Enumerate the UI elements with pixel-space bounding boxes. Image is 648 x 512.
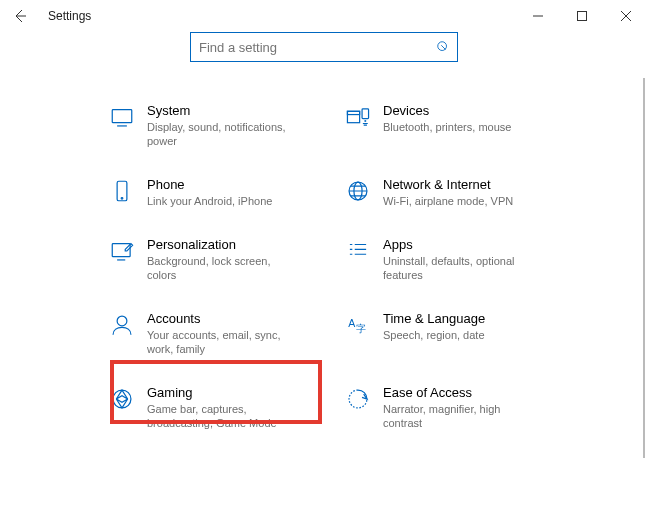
tile-label: Phone bbox=[147, 176, 272, 194]
tile-network[interactable]: Network & Internet Wi-Fi, airplane mode,… bbox=[337, 172, 547, 212]
tile-sub: Your accounts, email, sync, work, family bbox=[147, 328, 297, 356]
tile-accounts[interactable]: Accounts Your accounts, email, sync, wor… bbox=[101, 306, 311, 360]
time-language-icon: A 字 bbox=[341, 310, 375, 338]
svg-rect-5 bbox=[362, 109, 369, 119]
tile-personalization[interactable]: Personalization Background, lock screen,… bbox=[101, 232, 311, 286]
phone-icon bbox=[105, 176, 139, 204]
tile-sub: Display, sound, notifications, power bbox=[147, 120, 297, 148]
svg-rect-0 bbox=[578, 12, 587, 21]
tile-sub: Speech, region, date bbox=[383, 328, 485, 342]
gaming-icon bbox=[105, 384, 139, 412]
tile-label: Devices bbox=[383, 102, 511, 120]
tile-sub: Link your Android, iPhone bbox=[147, 194, 272, 208]
apps-icon bbox=[341, 236, 375, 264]
tile-sub: Bluetooth, printers, mouse bbox=[383, 120, 511, 134]
tile-devices[interactable]: Devices Bluetooth, printers, mouse bbox=[337, 98, 547, 152]
accounts-icon bbox=[105, 310, 139, 338]
tile-label: Ease of Access bbox=[383, 384, 533, 402]
close-button[interactable] bbox=[604, 0, 648, 32]
network-icon bbox=[341, 176, 375, 204]
personalization-icon bbox=[105, 236, 139, 264]
svg-rect-4 bbox=[347, 111, 359, 114]
tile-time-language[interactable]: A 字 Time & Language Speech, region, date bbox=[337, 306, 547, 360]
system-icon bbox=[105, 102, 139, 130]
tile-label: Accounts bbox=[147, 310, 297, 328]
tile-label: Time & Language bbox=[383, 310, 485, 328]
tile-ease-of-access[interactable]: Ease of Access Narrator, magnifier, high… bbox=[337, 380, 547, 434]
search-icon bbox=[429, 40, 457, 54]
settings-content: System Display, sound, notifications, po… bbox=[0, 74, 648, 512]
svg-point-15 bbox=[113, 390, 131, 408]
maximize-button[interactable] bbox=[560, 0, 604, 32]
tile-system[interactable]: System Display, sound, notifications, po… bbox=[101, 98, 311, 152]
tile-phone[interactable]: Phone Link your Android, iPhone bbox=[101, 172, 311, 212]
svg-point-6 bbox=[365, 121, 366, 122]
maximize-icon bbox=[577, 11, 587, 21]
arrow-left-icon bbox=[12, 8, 28, 24]
tile-label: Personalization bbox=[147, 236, 297, 254]
devices-icon bbox=[341, 102, 375, 130]
svg-text:字: 字 bbox=[356, 323, 366, 334]
settings-grid: System Display, sound, notifications, po… bbox=[0, 74, 648, 434]
back-button[interactable] bbox=[0, 0, 40, 32]
search-container bbox=[0, 32, 648, 62]
tile-sub: Narrator, magnifier, high contrast bbox=[383, 402, 533, 430]
tile-label: System bbox=[147, 102, 297, 120]
tile-sub: Game bar, captures, broadcasting, Game M… bbox=[147, 402, 297, 430]
window-title: Settings bbox=[48, 9, 91, 23]
tile-label: Network & Internet bbox=[383, 176, 513, 194]
title-bar: Settings bbox=[0, 0, 648, 32]
window-controls bbox=[516, 0, 648, 32]
search-box[interactable] bbox=[190, 32, 458, 62]
tile-gaming[interactable]: Gaming Game bar, captures, broadcasting,… bbox=[101, 380, 311, 434]
tile-apps[interactable]: Apps Uninstall, defaults, optional featu… bbox=[337, 232, 547, 286]
svg-rect-2 bbox=[112, 110, 132, 123]
tile-sub: Wi-Fi, airplane mode, VPN bbox=[383, 194, 513, 208]
tile-label: Apps bbox=[383, 236, 533, 254]
tile-label: Gaming bbox=[147, 384, 297, 402]
minimize-icon bbox=[533, 11, 543, 21]
minimize-button[interactable] bbox=[516, 0, 560, 32]
search-input[interactable] bbox=[191, 40, 429, 55]
ease-of-access-icon bbox=[341, 384, 375, 412]
tile-sub: Background, lock screen, colors bbox=[147, 254, 297, 282]
close-icon bbox=[621, 11, 631, 21]
svg-point-8 bbox=[121, 198, 123, 200]
svg-point-12 bbox=[117, 316, 127, 326]
svg-text:A: A bbox=[348, 317, 356, 329]
tile-sub: Uninstall, defaults, optional features bbox=[383, 254, 533, 282]
svg-rect-3 bbox=[347, 111, 359, 122]
